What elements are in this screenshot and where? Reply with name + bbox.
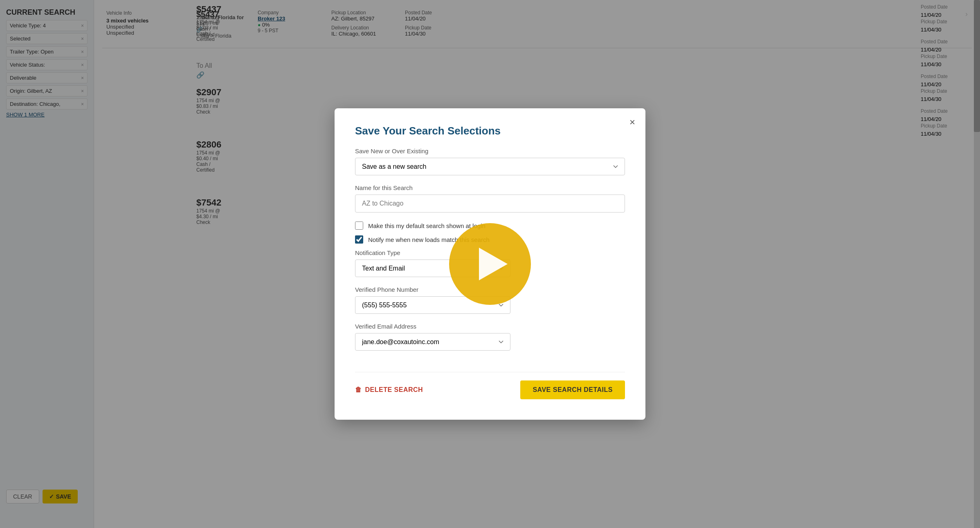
save-search-details-button[interactable]: SAVE SEARCH DETAILS (520, 380, 625, 399)
modal-close-button[interactable]: × (629, 116, 635, 128)
play-triangle-icon (479, 248, 508, 280)
search-name-input[interactable] (355, 195, 625, 213)
modal-title: Save Your Search Selections (355, 125, 625, 137)
email-label: Verified Email Address (355, 323, 625, 330)
delete-search-button[interactable]: 🗑 DELETE SEARCH (355, 386, 423, 394)
modal-footer: 🗑 DELETE SEARCH SAVE SEARCH DETAILS (355, 372, 625, 399)
search-name-label: Name for this Search (355, 184, 625, 191)
trash-icon: 🗑 (355, 386, 362, 394)
save-new-label: Save New or Over Existing (355, 148, 625, 154)
default-search-label[interactable]: Make this my default search shown at log… (368, 222, 486, 229)
notify-checkbox[interactable] (355, 235, 363, 244)
video-overlay (0, 0, 980, 528)
play-button[interactable] (449, 223, 531, 305)
email-select[interactable]: jane.doe@coxautoinc.com (355, 333, 510, 351)
default-search-checkbox[interactable] (355, 221, 363, 230)
save-new-select[interactable]: Save as a new search (355, 158, 625, 175)
modal-overlay[interactable]: × Save Your Search Selections Save New o… (0, 0, 980, 528)
